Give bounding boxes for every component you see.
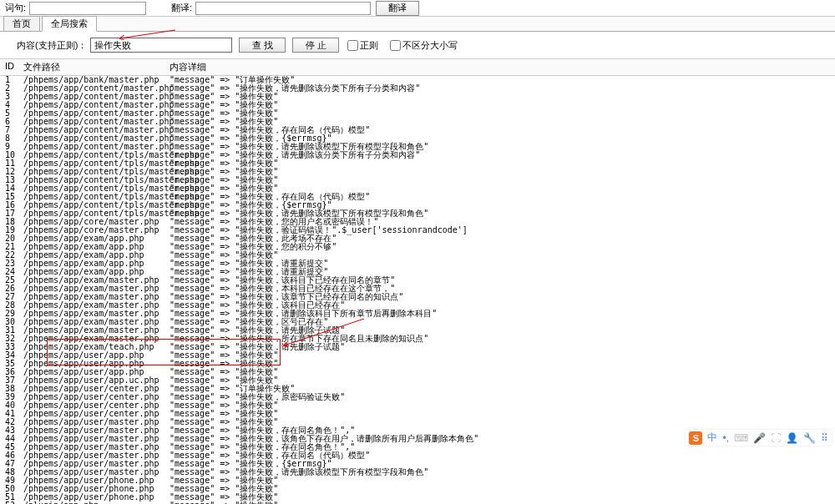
header-path: 文件路径: [23, 61, 170, 73]
ime-panel[interactable]: S 中 •, ⌨ 🎤 ⛶ 👤 🔧 ⠿: [686, 430, 832, 446]
ime-mode[interactable]: 中: [707, 431, 717, 445]
regex-check[interactable]: 正则: [347, 39, 378, 52]
regex-checkbox[interactable]: [347, 40, 358, 51]
results-header: ID 文件路径 内容详细: [0, 58, 835, 76]
ime-grid-icon[interactable]: ⠿: [821, 432, 828, 444]
ime-punct-icon[interactable]: •,: [722, 432, 729, 444]
case-check[interactable]: 不区分大小写: [390, 39, 458, 52]
header-detail: 内容详细: [170, 61, 835, 73]
translate-input[interactable]: [195, 2, 371, 15]
ime-mic-icon[interactable]: 🎤: [753, 432, 766, 444]
row-id: 2: [0, 84, 23, 93]
row-id: 1: [0, 76, 23, 84]
table-row[interactable]: 51/phpems/app/user/phone.php"message" =>…: [0, 493, 835, 501]
tab-global-search[interactable]: 全局搜索: [42, 16, 97, 32]
row-id: 4: [0, 101, 23, 109]
content-input[interactable]: [90, 38, 232, 53]
row-id: 6: [0, 118, 23, 126]
search-row: 内容(支持正则)： 查 找 停 止 正则 不区分大小写: [0, 32, 835, 58]
stop-button[interactable]: 停 止: [292, 38, 339, 53]
translate-label: 翻译:: [171, 2, 192, 14]
word-label: 词句:: [5, 2, 26, 14]
row-id: 3: [0, 93, 23, 101]
find-button[interactable]: 查 找: [239, 38, 286, 53]
word-input[interactable]: [29, 2, 146, 15]
ime-keyboard-icon[interactable]: ⌨: [734, 432, 748, 444]
row-id: 5: [0, 109, 23, 118]
tab-home[interactable]: 首页: [3, 16, 40, 32]
ime-pad-icon[interactable]: ⛶: [771, 432, 781, 444]
case-checkbox[interactable]: [390, 40, 401, 51]
ime-user-icon[interactable]: 👤: [786, 432, 798, 444]
ime-logo-icon[interactable]: S: [689, 431, 702, 445]
row-id: 7: [0, 126, 23, 134]
ime-settings-icon[interactable]: 🔧: [803, 432, 816, 444]
topbar: 词句: 翻译: 翻译: [0, 0, 835, 17]
row-id: 8: [0, 134, 23, 143]
content-label: 内容(支持正则)：: [17, 39, 87, 52]
translate-button[interactable]: 翻译: [376, 1, 419, 16]
tabs: 首页 全局搜索: [0, 17, 835, 32]
header-id: ID: [0, 61, 23, 73]
